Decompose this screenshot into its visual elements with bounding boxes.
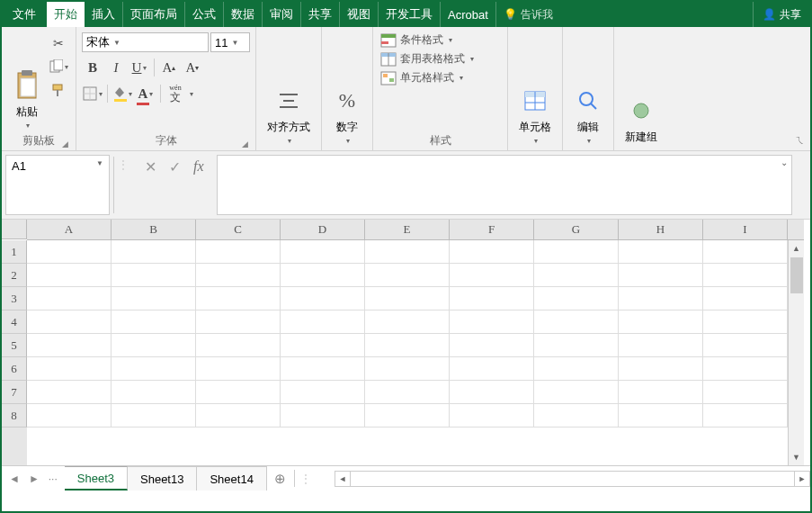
- cell[interactable]: [534, 404, 619, 428]
- cell[interactable]: [365, 264, 450, 287]
- cell[interactable]: [365, 240, 450, 264]
- border-button[interactable]: ▾: [82, 83, 103, 104]
- horizontal-scrollbar[interactable]: ◄ ►: [335, 466, 810, 490]
- cell[interactable]: [281, 334, 365, 357]
- tab-formula[interactable]: 公式: [185, 2, 224, 27]
- col-header-B[interactable]: B: [112, 220, 196, 239]
- col-header-C[interactable]: C: [196, 220, 281, 239]
- sheet-nav-next[interactable]: ►: [29, 472, 40, 485]
- cell[interactable]: [619, 404, 703, 428]
- phonetic-button[interactable]: wén文: [165, 83, 186, 104]
- tab-page-layout[interactable]: 页面布局: [123, 2, 185, 27]
- fill-color-button[interactable]: ▾: [112, 83, 133, 104]
- font-size-combo[interactable]: 11▼: [210, 32, 250, 52]
- cell[interactable]: [703, 381, 788, 404]
- cancel-formula-button[interactable]: ✕: [145, 158, 156, 176]
- sheet-tab-1[interactable]: Sheet3: [65, 466, 128, 490]
- col-header-G[interactable]: G: [534, 220, 619, 239]
- cell[interactable]: [281, 287, 365, 310]
- resize-handle[interactable]: ⋮: [114, 151, 132, 219]
- clipboard-launcher[interactable]: ◢: [62, 140, 68, 148]
- cell[interactable]: [112, 240, 196, 264]
- collapse-ribbon-button[interactable]: ㄟ: [795, 133, 805, 147]
- cell[interactable]: [281, 310, 365, 334]
- cell[interactable]: [112, 357, 196, 381]
- cell[interactable]: [196, 287, 281, 310]
- cell[interactable]: [703, 334, 788, 357]
- cell[interactable]: [534, 264, 619, 287]
- cell[interactable]: [112, 404, 196, 428]
- col-header-F[interactable]: F: [450, 220, 534, 239]
- cell[interactable]: [619, 357, 703, 381]
- tab-data[interactable]: 数据: [224, 2, 263, 27]
- row-header-1[interactable]: 1: [2, 240, 27, 264]
- cell[interactable]: [365, 381, 450, 404]
- cell[interactable]: [703, 240, 788, 264]
- font-color-button[interactable]: A▾: [135, 83, 156, 104]
- select-all-corner[interactable]: [2, 220, 27, 239]
- cell[interactable]: [281, 264, 365, 287]
- sheet-tab-3[interactable]: Sheet14: [197, 466, 266, 490]
- cell[interactable]: [27, 381, 112, 404]
- conditional-format-button[interactable]: 条件格式▾: [380, 32, 474, 48]
- cell[interactable]: [450, 310, 534, 334]
- cell[interactable]: [450, 404, 534, 428]
- cell[interactable]: [27, 357, 112, 381]
- tab-acrobat[interactable]: Acrobat: [441, 2, 496, 27]
- cell[interactable]: [365, 287, 450, 310]
- resize-handle[interactable]: ⋮: [295, 466, 317, 490]
- row-header-8[interactable]: 8: [2, 404, 27, 428]
- cell[interactable]: [196, 404, 281, 428]
- name-box[interactable]: A1 ▼: [5, 155, 110, 215]
- expand-formula-button[interactable]: ⌄: [781, 158, 788, 167]
- cell[interactable]: [196, 381, 281, 404]
- cell[interactable]: [619, 381, 703, 404]
- tab-home[interactable]: 开始: [47, 2, 85, 27]
- cell[interactable]: [27, 404, 112, 428]
- paste-button[interactable]: 粘贴 ▾: [7, 31, 47, 131]
- cell[interactable]: [703, 264, 788, 287]
- cells-button[interactable]: 单元格 ▾: [513, 31, 557, 147]
- row-header-5[interactable]: 5: [2, 334, 27, 357]
- cell[interactable]: [112, 264, 196, 287]
- cell[interactable]: [450, 264, 534, 287]
- font-launcher[interactable]: ◢: [242, 140, 248, 148]
- share-button[interactable]: 👤 共享: [753, 2, 810, 27]
- cell[interactable]: [112, 287, 196, 310]
- cell[interactable]: [365, 310, 450, 334]
- cell[interactable]: [27, 334, 112, 357]
- cell[interactable]: [534, 357, 619, 381]
- italic-button[interactable]: I: [105, 57, 127, 78]
- col-header-D[interactable]: D: [281, 220, 365, 239]
- tab-view[interactable]: 视图: [340, 2, 379, 27]
- cut-button[interactable]: ✂: [49, 34, 68, 52]
- cell[interactable]: [281, 381, 365, 404]
- cell[interactable]: [196, 310, 281, 334]
- cell[interactable]: [281, 404, 365, 428]
- accept-formula-button[interactable]: ✓: [169, 158, 181, 176]
- cell[interactable]: [450, 334, 534, 357]
- format-painter-button[interactable]: [49, 81, 68, 99]
- row-header-2[interactable]: 2: [2, 264, 27, 287]
- cell[interactable]: [27, 310, 112, 334]
- cell[interactable]: [534, 310, 619, 334]
- cell[interactable]: [27, 240, 112, 264]
- cell[interactable]: [703, 357, 788, 381]
- cell[interactable]: [365, 334, 450, 357]
- cell[interactable]: [703, 404, 788, 428]
- col-header-E[interactable]: E: [365, 220, 450, 239]
- cell[interactable]: [450, 381, 534, 404]
- tab-review[interactable]: 审阅: [263, 2, 301, 27]
- cell[interactable]: [281, 357, 365, 381]
- cell[interactable]: [619, 334, 703, 357]
- col-header-I[interactable]: I: [703, 220, 788, 239]
- cell[interactable]: [450, 240, 534, 264]
- new-group-button[interactable]: 新建组: [620, 31, 663, 147]
- tab-share[interactable]: 共享: [301, 2, 340, 27]
- fx-button[interactable]: fx: [193, 158, 204, 175]
- cell[interactable]: [534, 334, 619, 357]
- cell[interactable]: [196, 264, 281, 287]
- cell[interactable]: [112, 310, 196, 334]
- cell[interactable]: [196, 334, 281, 357]
- scroll-down-button[interactable]: ▼: [789, 449, 804, 465]
